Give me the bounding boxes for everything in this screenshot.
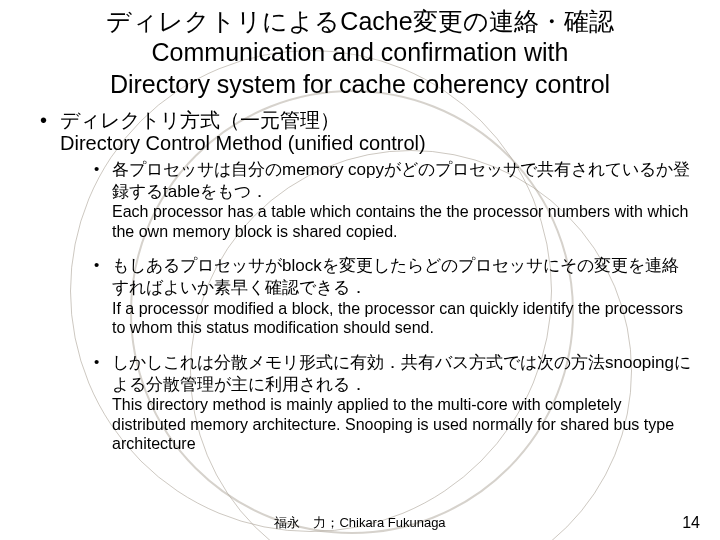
page-number: 14 (682, 514, 700, 532)
lvl2-jp: もしあるプロセッサがblockを変更したらどのプロセッサにその変更を連絡すればよ… (112, 256, 679, 297)
title-jp: ディレクトリによるCache変更の連絡・確認 (106, 7, 613, 35)
title-en-line2: Directory system for cache coherency con… (110, 70, 610, 98)
lvl2-item: もしあるプロセッサがblockを変更したらどのプロセッサにその変更を連絡すればよ… (92, 255, 694, 338)
bullet-level2: 各プロセッサは自分のmemory copyがどのプロセッサで共有されているか登録… (60, 159, 694, 454)
slide: ディレクトリによるCache変更の連絡・確認 Communication and… (0, 0, 720, 540)
lvl2-jp: しかしこれは分散メモリ形式に有効．共有バス方式では次の方法snoopingによる… (112, 353, 691, 394)
lvl2-en: Each processor has a table which contain… (112, 202, 694, 241)
bullet-level1: ディレクトリ方式（一元管理） Directory Control Method … (26, 108, 694, 454)
footer-author: 福永 力；Chikara Fukunaga (0, 514, 720, 532)
lvl1-en: Directory Control Method (unified contro… (60, 131, 694, 155)
slide-title: ディレクトリによるCache変更の連絡・確認 Communication and… (26, 6, 694, 100)
lvl2-en: If a processor modified a block, the pro… (112, 299, 694, 338)
lvl2-item: しかしこれは分散メモリ形式に有効．共有バス方式では次の方法snoopingによる… (92, 352, 694, 454)
lvl2-en: This directory method is mainly applied … (112, 395, 694, 454)
title-en-line1: Communication and confirmation with (152, 38, 569, 66)
lvl1-item: ディレクトリ方式（一元管理） Directory Control Method … (32, 108, 694, 454)
lvl1-jp: ディレクトリ方式（一元管理） (60, 109, 340, 131)
lvl2-jp: 各プロセッサは自分のmemory copyがどのプロセッサで共有されているか登録… (112, 160, 690, 201)
lvl2-item: 各プロセッサは自分のmemory copyがどのプロセッサで共有されているか登録… (92, 159, 694, 242)
